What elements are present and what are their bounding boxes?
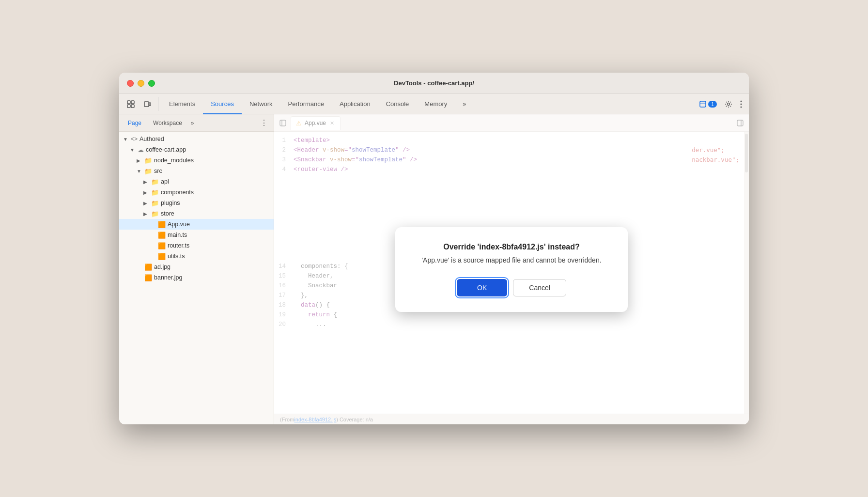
dialog-ok-button[interactable]: OK — [457, 279, 507, 296]
svg-rect-0 — [127, 101, 130, 104]
src-label: src — [154, 168, 162, 174]
plugins-label: plugins — [161, 200, 180, 206]
devtools-window: DevTools - coffee-cart.app/ Elements Sou… — [119, 73, 749, 424]
svg-point-9 — [741, 100, 742, 102]
node-modules-label: node_modules — [154, 157, 194, 164]
svg-rect-4 — [144, 102, 149, 107]
dialog-message: 'App.vue' is a source mapped file and ca… — [415, 255, 608, 265]
components-folder-icon: 📁 — [151, 189, 159, 196]
api-label: api — [161, 178, 169, 185]
dialog: Override 'index-8bfa4912.js' instead? 'A… — [395, 227, 628, 312]
coffee-cart-arrow: ▼ — [130, 147, 137, 153]
svg-point-11 — [741, 106, 742, 108]
coffee-cart-label: coffee-cart.app — [146, 146, 186, 153]
banner-jpg-file-icon: 🟧 — [144, 274, 152, 281]
ad-jpg-file-icon: 🟧 — [144, 264, 152, 271]
toolbar-separator — [158, 97, 158, 111]
tab-performance[interactable]: Performance — [280, 94, 332, 114]
svg-point-8 — [728, 103, 730, 105]
toolbar-right: 1 — [697, 94, 745, 114]
svg-rect-3 — [131, 105, 134, 108]
svg-rect-2 — [127, 105, 130, 108]
inspect-icon[interactable] — [123, 94, 139, 114]
tab-console[interactable]: Console — [378, 94, 417, 114]
store-arrow: ▶ — [143, 211, 150, 217]
file-tree: ▼ <> Authored ▼ ☁ coffee-cart.app ▶ 📁 no… — [119, 132, 274, 424]
sidebar-tab-bar: Page Workspace » ⋮ — [119, 114, 274, 132]
src-arrow: ▼ — [137, 169, 143, 174]
folder-icon: 📁 — [144, 157, 152, 164]
tree-ad-jpg[interactable]: ▶ 🟧 ad.jpg — [119, 262, 274, 272]
tree-app-vue[interactable]: ▶ 🟧 App.vue — [119, 219, 274, 230]
tree-api[interactable]: ▶ 📁 api — [119, 176, 274, 187]
window-title: DevTools - coffee-cart.app/ — [394, 79, 474, 87]
tree-utils-ts[interactable]: ▶ 🟧 utils.ts — [119, 251, 274, 262]
sidebar-tab-workspace[interactable]: Workspace — [148, 118, 187, 128]
dialog-title: Override 'index-8bfa4912.js' instead? — [415, 243, 608, 251]
plugins-folder-icon: 📁 — [151, 200, 159, 207]
more-options-button[interactable] — [737, 97, 745, 111]
tree-authored[interactable]: ▼ <> Authored — [119, 134, 274, 144]
maximize-button[interactable] — [148, 80, 155, 87]
cloud-icon: ☁ — [138, 146, 144, 154]
dialog-buttons: OK Cancel — [415, 279, 608, 296]
tab-network[interactable]: Network — [242, 94, 280, 114]
svg-rect-6 — [700, 101, 706, 107]
plugins-arrow: ▶ — [143, 201, 150, 206]
banner-jpg-label: banner.jpg — [154, 274, 182, 281]
components-label: components — [161, 189, 194, 196]
tree-store[interactable]: ▶ 📁 store — [119, 208, 274, 219]
main-tab-bar: Elements Sources Network Performance App… — [161, 94, 696, 114]
traffic-lights — [127, 80, 155, 87]
main-ts-file-icon: 🟧 — [158, 232, 166, 239]
titlebar: DevTools - coffee-cart.app/ — [119, 73, 749, 94]
dialog-cancel-button[interactable]: Cancel — [513, 279, 566, 296]
app-vue-label: App.vue — [168, 221, 190, 228]
close-button[interactable] — [127, 80, 134, 87]
src-folder-icon: 📁 — [144, 168, 152, 175]
tree-banner-jpg[interactable]: ▶ 🟧 banner.jpg — [119, 272, 274, 283]
tree-router-ts[interactable]: ▶ 🟧 router.ts — [119, 240, 274, 251]
sidebar-menu-button[interactable]: ⋮ — [258, 117, 270, 129]
components-arrow: ▶ — [143, 190, 150, 195]
store-label: store — [161, 210, 174, 217]
authored-label: Authored — [140, 136, 164, 142]
minimize-button[interactable] — [138, 80, 144, 87]
sidebar-tab-page[interactable]: Page — [123, 118, 146, 128]
sidebar-tab-more[interactable]: » — [189, 119, 196, 127]
router-ts-label: router.ts — [168, 242, 189, 249]
node-modules-arrow: ▶ — [137, 158, 143, 163]
tab-more[interactable]: » — [455, 94, 474, 114]
code-area: ⚠ App.vue ✕ 1 <template> — [274, 114, 749, 424]
svg-rect-5 — [149, 103, 151, 106]
svg-rect-1 — [131, 101, 134, 104]
authored-arrow: ▼ — [123, 137, 130, 142]
api-arrow: ▶ — [143, 179, 150, 185]
tab-elements[interactable]: Elements — [161, 94, 203, 114]
api-folder-icon: 📁 — [151, 178, 159, 186]
utils-ts-label: utils.ts — [168, 253, 185, 260]
store-folder-icon: 📁 — [151, 210, 159, 217]
utils-ts-file-icon: 🟧 — [158, 253, 166, 260]
tree-node-modules[interactable]: ▶ 📁 node_modules — [119, 155, 274, 166]
console-badge: 1 — [708, 101, 717, 108]
tree-src[interactable]: ▼ 📁 src — [119, 166, 274, 176]
dialog-overlay: Override 'index-8bfa4912.js' instead? 'A… — [274, 114, 749, 424]
main-toolbar: Elements Sources Network Performance App… — [119, 94, 749, 114]
main-ts-label: main.ts — [168, 232, 187, 238]
svg-point-10 — [741, 103, 742, 105]
router-ts-file-icon: 🟧 — [158, 242, 166, 249]
tree-components[interactable]: ▶ 📁 components — [119, 187, 274, 198]
tab-sources[interactable]: Sources — [203, 94, 242, 114]
tab-memory[interactable]: Memory — [417, 94, 455, 114]
sidebar-actions: ⋮ — [258, 117, 270, 129]
device-icon[interactable] — [140, 94, 155, 114]
tree-coffee-cart[interactable]: ▼ ☁ coffee-cart.app — [119, 144, 274, 155]
main-content: Page Workspace » ⋮ ▼ <> Authored ▼ — [119, 114, 749, 424]
tab-application[interactable]: Application — [332, 94, 378, 114]
tree-main-ts[interactable]: ▶ 🟧 main.ts — [119, 230, 274, 240]
sidebar: Page Workspace » ⋮ ▼ <> Authored ▼ — [119, 114, 274, 424]
settings-button[interactable] — [722, 97, 735, 111]
tree-plugins[interactable]: ▶ 📁 plugins — [119, 198, 274, 208]
console-toggle[interactable]: 1 — [697, 97, 720, 111]
